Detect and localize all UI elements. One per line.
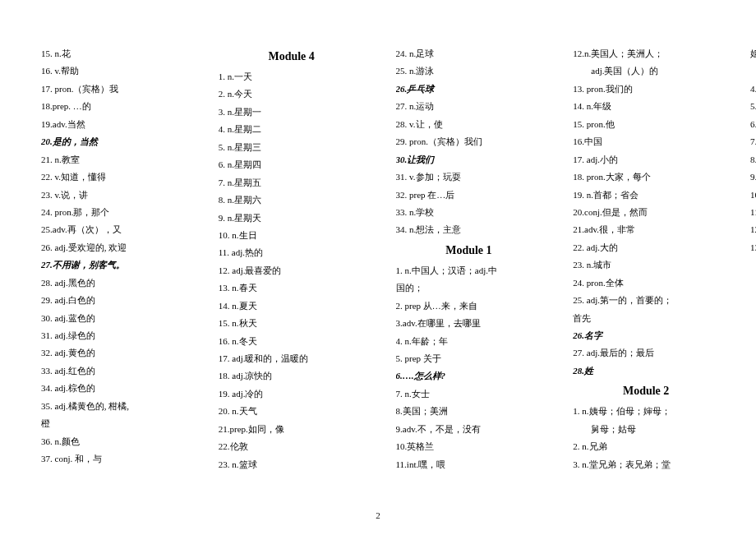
vocab-entry: 15. pron.他	[573, 116, 719, 133]
vocab-entry: 9. n.母亲，妈妈	[750, 168, 756, 186]
vocab-entry: 2. n.今天	[219, 85, 365, 103]
vocab-entry: 21.adv.很，非常	[573, 221, 719, 238]
vocab-entry: 19. n.首都；省会	[573, 187, 719, 204]
vocab-entry: 4. n.星期二	[219, 121, 365, 138]
vocab-entry: 28. adj.黑色的	[41, 274, 187, 292]
vocab-entry: 23. v.说，讲	[41, 187, 187, 204]
vocab-entry: 21.prep.如同，像	[219, 421, 365, 438]
vocab-entry: 33. n.学校	[396, 204, 542, 221]
vocab-entry: 13. n.叔叔；伯伯；舅舅；	[750, 239, 756, 256]
vocab-entry: 18. adj.凉快的	[219, 367, 365, 385]
module-header: Module 1	[396, 239, 542, 262]
vocab-entry: 24. pron.那，那个	[41, 204, 187, 221]
vocab-entry: 37. conj. 和，与	[41, 450, 187, 468]
vocab-entry: 34. adj.棕色的	[41, 380, 187, 397]
vocab-entry: 31. adj.绿色的	[41, 327, 187, 344]
vocab-entry: 33. adj.红色的	[41, 362, 187, 380]
vocab-entry: 25. n.游泳	[396, 62, 542, 80]
vocab-entry: 18. pron.大家，每个	[573, 168, 719, 186]
vocab-entry: 17. pron.（宾格）我	[41, 81, 187, 98]
vocab-entry: 15. n.秋天	[219, 315, 365, 332]
vocab-entry: 10.英格兰	[396, 438, 542, 455]
vocab-entry: 11. n.姐；妹	[750, 204, 756, 221]
vocab-entry: 10. n.母亲；父亲	[750, 187, 756, 204]
vocab-entry: 14. n.夏天	[219, 297, 365, 315]
vocab-entry: 7. n.（外）祖母	[750, 133, 756, 150]
vocab-entry: 21. n.教室	[41, 151, 187, 168]
vocab-entry: 5. n.星期三	[219, 139, 365, 156]
vocab-entry-continuation: 表姐妹	[750, 62, 756, 80]
vocab-entry: 31. v.参加；玩耍	[396, 168, 542, 186]
vocab-entry: 1. n.中国人；汉语；adj.中	[396, 262, 542, 279]
vocab-entry: 3. n.堂兄弟；表兄弟；堂	[573, 456, 719, 473]
vocab-entry: 12.n.美国人；美洲人；	[573, 45, 719, 62]
vocab-entry: 1. n.一天	[219, 68, 365, 85]
module-header: Module 4	[219, 45, 365, 68]
vocab-entry: 6. n.（外）祖父	[750, 116, 756, 133]
vocab-entry: 8.美国；美洲	[396, 403, 542, 420]
vocab-entry: 27. adj.最后的；最后	[573, 344, 719, 362]
vocab-entry: 27. n.运动	[396, 98, 542, 115]
vocab-entry: 9.adv.不，不是，没有	[396, 421, 542, 438]
vocab-entry: 7. n.女士	[396, 385, 542, 403]
vocab-entry-continuation: adj.美国（人）的	[573, 62, 719, 80]
vocab-entry: 5. n.家，家庭	[750, 98, 756, 115]
vocab-entry-emphasized: 26.名字	[573, 327, 719, 344]
vocab-entry: 8. n.星期六	[219, 191, 365, 209]
page-number: 2	[376, 510, 380, 520]
vocab-entry: 23. n.篮球	[219, 456, 365, 473]
vocab-entry: 13. pron.我们的	[573, 81, 719, 98]
vocab-entry: 6. n.星期四	[219, 156, 365, 173]
vocab-entry: 7. n.星期五	[219, 174, 365, 191]
vocab-entry: 9. n.星期天	[219, 210, 365, 227]
vocab-entry: 16. v.帮助	[41, 62, 187, 80]
vocab-entry: 16. n.冬天	[219, 333, 365, 350]
vocab-entry: 22.伦敦	[219, 438, 365, 455]
vocab-entry: 4. n.年龄；年	[396, 333, 542, 350]
vocab-entry-emphasized: 26.乒乓球	[396, 81, 542, 98]
vocab-entry: 10. n.生日	[219, 227, 365, 244]
vocab-entry: 19.adv.当然	[41, 116, 187, 133]
vocab-entry: 26. adj.受欢迎的, 欢迎	[41, 239, 187, 256]
vocab-entry: 36. n.颜色	[41, 433, 187, 450]
vocab-entry: 32. prep 在…后	[396, 187, 542, 204]
vocab-entry: 5. prep 关于	[396, 350, 542, 367]
vocab-entry: 35. adj.橘黄色的, 柑橘,	[41, 398, 187, 415]
vocab-entry: 3. n.星期一	[219, 104, 365, 121]
vocab-entry: 30. adj.蓝色的	[41, 310, 187, 327]
vocab-entry: 24. pron.全体	[573, 274, 719, 292]
vocab-entry: 8. n.（外）祖父母	[750, 151, 756, 168]
vocab-entry: 11. adj.热的	[219, 244, 365, 261]
vocab-entry: 32. adj.黄色的	[41, 344, 187, 362]
vocab-entry: 12. n.儿子	[750, 221, 756, 238]
vocab-entry: 17. adj.小的	[573, 151, 719, 168]
vocab-entry: 24. n.足球	[396, 45, 542, 62]
vocab-entry: 20. n.天气	[219, 403, 365, 420]
vocab-entry: 姐妹；	[750, 45, 756, 62]
vocab-entry: 16.中国	[573, 133, 719, 150]
vocab-entry: 2. n.兄弟	[573, 438, 719, 455]
vocab-entry: 29. adj.白色的	[41, 292, 187, 309]
vocab-entry: 17. adj.暖和的，温暖的	[219, 350, 365, 367]
vocab-entry: 3.adv.在哪里，去哪里	[396, 315, 542, 332]
vocab-entry-continuation: 舅母；姑母	[573, 421, 719, 438]
vocab-entry: 12. adj.最喜爱的	[219, 262, 365, 279]
vocab-entry-emphasized: 20.是的，当然	[41, 133, 187, 150]
vocab-entry: 29. pron.（宾格）我们	[396, 133, 542, 150]
vocab-entry: 20.conj.但是，然而	[573, 204, 719, 221]
vocab-entry-emphasized: 27.不用谢，别客气。	[41, 256, 187, 274]
vocab-entry: 14. n.年级	[573, 98, 719, 115]
vocab-entry: 22. v.知道，懂得	[41, 168, 187, 186]
vocab-entry-emphasized: 28.姓	[573, 362, 719, 380]
vocab-entry: 11.int.嘿，喂	[396, 456, 542, 473]
vocab-entry-emphasized: 6.….怎么样?	[396, 367, 542, 385]
vocab-entry: 橙	[41, 415, 187, 432]
vocab-entry: 2. prep 从…来，来自	[396, 297, 542, 315]
vocab-entry: 23. n.城市	[573, 256, 719, 274]
module-header: Module 2	[573, 380, 719, 403]
vocab-entry: 25.adv.再（次），又	[41, 221, 187, 238]
vocab-entry: 34. n.想法，主意	[396, 221, 542, 238]
vocab-entry: 13. n.春天	[219, 279, 365, 297]
vocab-entry: 18.prep. …的	[41, 98, 187, 115]
vocab-entry: 22. adj.大的	[573, 239, 719, 256]
